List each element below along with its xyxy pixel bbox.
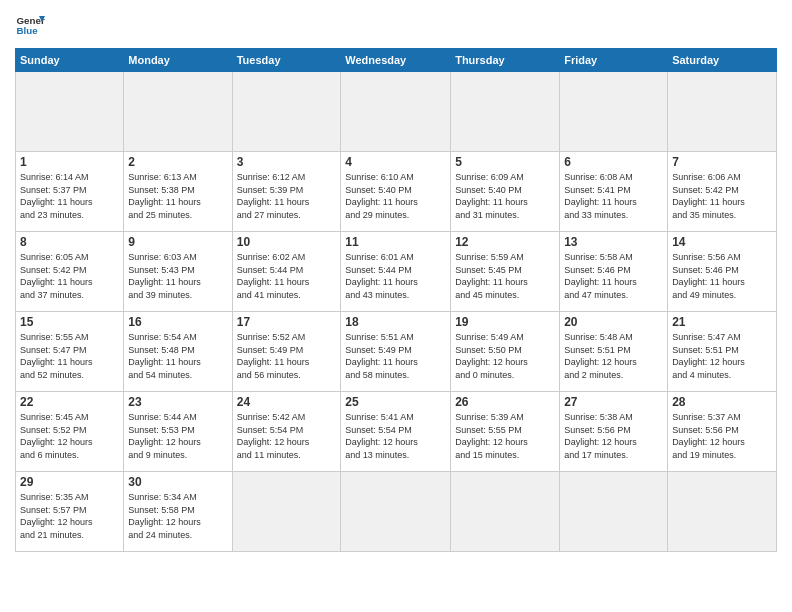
calendar-week-row: 15Sunrise: 5:55 AM Sunset: 5:47 PM Dayli… bbox=[16, 312, 777, 392]
calendar-cell: 4Sunrise: 6:10 AM Sunset: 5:40 PM Daylig… bbox=[341, 152, 451, 232]
calendar-cell: 9Sunrise: 6:03 AM Sunset: 5:43 PM Daylig… bbox=[124, 232, 232, 312]
calendar-cell bbox=[232, 472, 341, 552]
day-number: 20 bbox=[564, 315, 663, 329]
column-header-wednesday: Wednesday bbox=[341, 49, 451, 72]
day-number: 19 bbox=[455, 315, 555, 329]
day-info: Sunrise: 5:38 AM Sunset: 5:56 PM Dayligh… bbox=[564, 411, 663, 461]
day-info: Sunrise: 6:12 AM Sunset: 5:39 PM Dayligh… bbox=[237, 171, 337, 221]
day-number: 17 bbox=[237, 315, 337, 329]
day-info: Sunrise: 5:44 AM Sunset: 5:53 PM Dayligh… bbox=[128, 411, 227, 461]
calendar-week-row: 22Sunrise: 5:45 AM Sunset: 5:52 PM Dayli… bbox=[16, 392, 777, 472]
day-number: 6 bbox=[564, 155, 663, 169]
day-info: Sunrise: 6:03 AM Sunset: 5:43 PM Dayligh… bbox=[128, 251, 227, 301]
day-number: 2 bbox=[128, 155, 227, 169]
calendar-cell bbox=[341, 72, 451, 152]
day-number: 26 bbox=[455, 395, 555, 409]
day-info: Sunrise: 6:14 AM Sunset: 5:37 PM Dayligh… bbox=[20, 171, 119, 221]
day-info: Sunrise: 5:39 AM Sunset: 5:55 PM Dayligh… bbox=[455, 411, 555, 461]
calendar-cell: 10Sunrise: 6:02 AM Sunset: 5:44 PM Dayli… bbox=[232, 232, 341, 312]
calendar-cell: 1Sunrise: 6:14 AM Sunset: 5:37 PM Daylig… bbox=[16, 152, 124, 232]
day-info: Sunrise: 5:59 AM Sunset: 5:45 PM Dayligh… bbox=[455, 251, 555, 301]
day-number: 22 bbox=[20, 395, 119, 409]
calendar-cell: 11Sunrise: 6:01 AM Sunset: 5:44 PM Dayli… bbox=[341, 232, 451, 312]
day-info: Sunrise: 5:48 AM Sunset: 5:51 PM Dayligh… bbox=[564, 331, 663, 381]
day-number: 16 bbox=[128, 315, 227, 329]
day-info: Sunrise: 5:49 AM Sunset: 5:50 PM Dayligh… bbox=[455, 331, 555, 381]
calendar-cell bbox=[560, 472, 668, 552]
calendar-cell bbox=[451, 472, 560, 552]
day-number: 15 bbox=[20, 315, 119, 329]
calendar-cell: 18Sunrise: 5:51 AM Sunset: 5:49 PM Dayli… bbox=[341, 312, 451, 392]
logo-icon: General Blue bbox=[15, 10, 45, 40]
day-info: Sunrise: 5:51 AM Sunset: 5:49 PM Dayligh… bbox=[345, 331, 446, 381]
calendar-cell: 16Sunrise: 5:54 AM Sunset: 5:48 PM Dayli… bbox=[124, 312, 232, 392]
calendar-cell: 27Sunrise: 5:38 AM Sunset: 5:56 PM Dayli… bbox=[560, 392, 668, 472]
calendar-cell: 29Sunrise: 5:35 AM Sunset: 5:57 PM Dayli… bbox=[16, 472, 124, 552]
calendar-cell: 7Sunrise: 6:06 AM Sunset: 5:42 PM Daylig… bbox=[668, 152, 777, 232]
day-info: Sunrise: 5:35 AM Sunset: 5:57 PM Dayligh… bbox=[20, 491, 119, 541]
calendar-cell bbox=[232, 72, 341, 152]
calendar-cell: 5Sunrise: 6:09 AM Sunset: 5:40 PM Daylig… bbox=[451, 152, 560, 232]
calendar-cell: 3Sunrise: 6:12 AM Sunset: 5:39 PM Daylig… bbox=[232, 152, 341, 232]
day-info: Sunrise: 5:34 AM Sunset: 5:58 PM Dayligh… bbox=[128, 491, 227, 541]
calendar-cell: 23Sunrise: 5:44 AM Sunset: 5:53 PM Dayli… bbox=[124, 392, 232, 472]
page-header: General Blue bbox=[15, 10, 777, 40]
day-info: Sunrise: 5:55 AM Sunset: 5:47 PM Dayligh… bbox=[20, 331, 119, 381]
calendar-cell bbox=[124, 72, 232, 152]
day-number: 4 bbox=[345, 155, 446, 169]
calendar-cell bbox=[16, 72, 124, 152]
day-number: 3 bbox=[237, 155, 337, 169]
calendar-week-row: 29Sunrise: 5:35 AM Sunset: 5:57 PM Dayli… bbox=[16, 472, 777, 552]
column-header-monday: Monday bbox=[124, 49, 232, 72]
day-info: Sunrise: 5:37 AM Sunset: 5:56 PM Dayligh… bbox=[672, 411, 772, 461]
calendar-header-row: SundayMondayTuesdayWednesdayThursdayFrid… bbox=[16, 49, 777, 72]
day-number: 1 bbox=[20, 155, 119, 169]
calendar-cell: 14Sunrise: 5:56 AM Sunset: 5:46 PM Dayli… bbox=[668, 232, 777, 312]
calendar-cell: 28Sunrise: 5:37 AM Sunset: 5:56 PM Dayli… bbox=[668, 392, 777, 472]
logo: General Blue bbox=[15, 10, 45, 40]
column-header-saturday: Saturday bbox=[668, 49, 777, 72]
day-number: 10 bbox=[237, 235, 337, 249]
day-info: Sunrise: 6:10 AM Sunset: 5:40 PM Dayligh… bbox=[345, 171, 446, 221]
calendar-cell: 25Sunrise: 5:41 AM Sunset: 5:54 PM Dayli… bbox=[341, 392, 451, 472]
calendar-week-row bbox=[16, 72, 777, 152]
day-number: 24 bbox=[237, 395, 337, 409]
calendar-cell: 22Sunrise: 5:45 AM Sunset: 5:52 PM Dayli… bbox=[16, 392, 124, 472]
calendar-cell: 2Sunrise: 6:13 AM Sunset: 5:38 PM Daylig… bbox=[124, 152, 232, 232]
day-info: Sunrise: 5:56 AM Sunset: 5:46 PM Dayligh… bbox=[672, 251, 772, 301]
day-number: 30 bbox=[128, 475, 227, 489]
column-header-tuesday: Tuesday bbox=[232, 49, 341, 72]
day-number: 7 bbox=[672, 155, 772, 169]
calendar-table: SundayMondayTuesdayWednesdayThursdayFrid… bbox=[15, 48, 777, 552]
calendar-cell: 19Sunrise: 5:49 AM Sunset: 5:50 PM Dayli… bbox=[451, 312, 560, 392]
day-number: 29 bbox=[20, 475, 119, 489]
day-number: 9 bbox=[128, 235, 227, 249]
calendar-cell bbox=[451, 72, 560, 152]
calendar-cell: 13Sunrise: 5:58 AM Sunset: 5:46 PM Dayli… bbox=[560, 232, 668, 312]
calendar-week-row: 1Sunrise: 6:14 AM Sunset: 5:37 PM Daylig… bbox=[16, 152, 777, 232]
day-info: Sunrise: 6:02 AM Sunset: 5:44 PM Dayligh… bbox=[237, 251, 337, 301]
calendar-cell: 17Sunrise: 5:52 AM Sunset: 5:49 PM Dayli… bbox=[232, 312, 341, 392]
column-header-sunday: Sunday bbox=[16, 49, 124, 72]
calendar-cell: 15Sunrise: 5:55 AM Sunset: 5:47 PM Dayli… bbox=[16, 312, 124, 392]
day-info: Sunrise: 6:06 AM Sunset: 5:42 PM Dayligh… bbox=[672, 171, 772, 221]
calendar-cell: 26Sunrise: 5:39 AM Sunset: 5:55 PM Dayli… bbox=[451, 392, 560, 472]
day-number: 23 bbox=[128, 395, 227, 409]
day-number: 27 bbox=[564, 395, 663, 409]
day-number: 12 bbox=[455, 235, 555, 249]
day-number: 8 bbox=[20, 235, 119, 249]
day-info: Sunrise: 5:41 AM Sunset: 5:54 PM Dayligh… bbox=[345, 411, 446, 461]
calendar-cell: 21Sunrise: 5:47 AM Sunset: 5:51 PM Dayli… bbox=[668, 312, 777, 392]
calendar-cell bbox=[668, 72, 777, 152]
calendar-cell bbox=[668, 472, 777, 552]
day-info: Sunrise: 6:09 AM Sunset: 5:40 PM Dayligh… bbox=[455, 171, 555, 221]
day-number: 25 bbox=[345, 395, 446, 409]
calendar-cell: 8Sunrise: 6:05 AM Sunset: 5:42 PM Daylig… bbox=[16, 232, 124, 312]
calendar-cell: 6Sunrise: 6:08 AM Sunset: 5:41 PM Daylig… bbox=[560, 152, 668, 232]
day-info: Sunrise: 6:08 AM Sunset: 5:41 PM Dayligh… bbox=[564, 171, 663, 221]
calendar-week-row: 8Sunrise: 6:05 AM Sunset: 5:42 PM Daylig… bbox=[16, 232, 777, 312]
calendar-cell: 24Sunrise: 5:42 AM Sunset: 5:54 PM Dayli… bbox=[232, 392, 341, 472]
day-info: Sunrise: 5:45 AM Sunset: 5:52 PM Dayligh… bbox=[20, 411, 119, 461]
day-number: 14 bbox=[672, 235, 772, 249]
day-number: 13 bbox=[564, 235, 663, 249]
